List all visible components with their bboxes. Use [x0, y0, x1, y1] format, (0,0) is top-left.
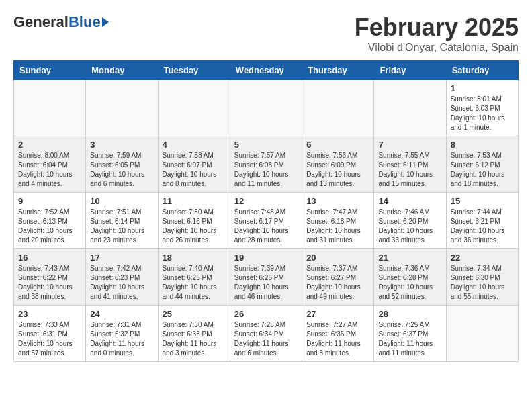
day-header-sunday: Sunday [14, 61, 86, 80]
day-info: Sunrise: 7:47 AM Sunset: 6:18 PM Dayligh… [306, 208, 369, 245]
day-header-thursday: Thursday [302, 61, 374, 80]
day-number: 16 [18, 253, 81, 263]
logo-blue-text: Blue [69, 13, 101, 31]
calendar-week-row: 2Sunrise: 8:00 AM Sunset: 6:04 PM Daylig… [14, 136, 519, 193]
day-info: Sunrise: 7:33 AM Sunset: 6:31 PM Dayligh… [18, 320, 81, 358]
day-number: 24 [90, 309, 153, 319]
calendar-cell: 21Sunrise: 7:36 AM Sunset: 6:28 PM Dayli… [374, 249, 446, 306]
day-number: 12 [234, 196, 298, 206]
calendar-cell: 23Sunrise: 7:33 AM Sunset: 6:31 PM Dayli… [14, 306, 86, 362]
calendar-cell: 22Sunrise: 7:34 AM Sunset: 6:30 PM Dayli… [446, 249, 518, 306]
calendar-cell: 3Sunrise: 7:59 AM Sunset: 6:05 PM Daylig… [86, 136, 158, 193]
calendar-header-row: SundayMondayTuesdayWednesdayThursdayFrid… [14, 61, 519, 80]
calendar-week-row: 1Sunrise: 8:01 AM Sunset: 6:03 PM Daylig… [14, 80, 519, 136]
calendar-cell: 8Sunrise: 7:53 AM Sunset: 6:12 PM Daylig… [446, 136, 518, 193]
calendar-cell [302, 80, 374, 136]
day-number: 19 [234, 253, 298, 263]
calendar-cell: 20Sunrise: 7:37 AM Sunset: 6:27 PM Dayli… [302, 249, 374, 306]
day-number: 20 [306, 253, 369, 263]
day-number: 3 [90, 140, 153, 150]
calendar-cell: 12Sunrise: 7:48 AM Sunset: 6:17 PM Dayli… [230, 193, 302, 249]
day-number: 14 [378, 196, 441, 206]
day-info: Sunrise: 7:58 AM Sunset: 6:07 PM Dayligh… [163, 151, 226, 189]
day-header-monday: Monday [86, 61, 158, 80]
calendar-cell: 25Sunrise: 7:30 AM Sunset: 6:33 PM Dayli… [158, 306, 230, 362]
day-info: Sunrise: 8:01 AM Sunset: 6:03 PM Dayligh… [451, 95, 514, 132]
day-info: Sunrise: 8:00 AM Sunset: 6:04 PM Dayligh… [18, 151, 81, 189]
calendar-cell: 19Sunrise: 7:39 AM Sunset: 6:26 PM Dayli… [230, 249, 302, 306]
day-info: Sunrise: 7:31 AM Sunset: 6:32 PM Dayligh… [90, 320, 153, 358]
calendar-cell: 7Sunrise: 7:55 AM Sunset: 6:11 PM Daylig… [374, 136, 446, 193]
logo-triangle-icon [102, 17, 109, 27]
day-number: 17 [90, 253, 153, 263]
day-number: 10 [90, 196, 153, 206]
day-number: 22 [451, 253, 514, 263]
day-info: Sunrise: 7:55 AM Sunset: 6:11 PM Dayligh… [378, 151, 441, 189]
day-number: 25 [163, 309, 226, 319]
calendar-cell: 13Sunrise: 7:47 AM Sunset: 6:18 PM Dayli… [302, 193, 374, 249]
calendar-cell: 9Sunrise: 7:52 AM Sunset: 6:13 PM Daylig… [14, 193, 86, 249]
calendar-cell: 27Sunrise: 7:27 AM Sunset: 6:36 PM Dayli… [302, 306, 374, 362]
day-info: Sunrise: 7:56 AM Sunset: 6:09 PM Dayligh… [306, 151, 369, 189]
day-number: 6 [306, 140, 369, 150]
day-info: Sunrise: 7:53 AM Sunset: 6:12 PM Dayligh… [451, 151, 514, 189]
calendar-cell: 4Sunrise: 7:58 AM Sunset: 6:07 PM Daylig… [158, 136, 230, 193]
day-header-wednesday: Wednesday [230, 61, 302, 80]
calendar-cell: 28Sunrise: 7:25 AM Sunset: 6:37 PM Dayli… [374, 306, 446, 362]
location-title: Vilobi d'Onyar, Catalonia, Spain [355, 42, 519, 54]
calendar-cell: 26Sunrise: 7:28 AM Sunset: 6:34 PM Dayli… [230, 306, 302, 362]
day-number: 11 [163, 196, 226, 206]
day-number: 13 [306, 196, 369, 206]
calendar-cell: 2Sunrise: 8:00 AM Sunset: 6:04 PM Daylig… [14, 136, 86, 193]
day-number: 28 [378, 309, 441, 319]
day-number: 26 [234, 309, 298, 319]
day-number: 27 [306, 309, 369, 319]
day-number: 7 [378, 140, 441, 150]
calendar-cell: 17Sunrise: 7:42 AM Sunset: 6:23 PM Dayli… [86, 249, 158, 306]
day-number: 18 [163, 253, 226, 263]
day-number: 1 [451, 83, 514, 93]
day-info: Sunrise: 7:42 AM Sunset: 6:23 PM Dayligh… [90, 264, 153, 302]
day-info: Sunrise: 7:48 AM Sunset: 6:17 PM Dayligh… [234, 208, 298, 245]
day-header-saturday: Saturday [446, 61, 518, 80]
day-header-friday: Friday [374, 61, 446, 80]
calendar-cell: 10Sunrise: 7:51 AM Sunset: 6:14 PM Dayli… [86, 193, 158, 249]
day-info: Sunrise: 7:43 AM Sunset: 6:22 PM Dayligh… [18, 264, 81, 302]
day-info: Sunrise: 7:28 AM Sunset: 6:34 PM Dayligh… [234, 320, 298, 358]
calendar-cell: 5Sunrise: 7:57 AM Sunset: 6:08 PM Daylig… [230, 136, 302, 193]
day-number: 23 [18, 309, 81, 319]
day-info: Sunrise: 7:46 AM Sunset: 6:20 PM Dayligh… [378, 208, 441, 245]
calendar-cell: 14Sunrise: 7:46 AM Sunset: 6:20 PM Dayli… [374, 193, 446, 249]
day-number: 4 [163, 140, 226, 150]
calendar-week-row: 9Sunrise: 7:52 AM Sunset: 6:13 PM Daylig… [14, 193, 519, 249]
day-info: Sunrise: 7:50 AM Sunset: 6:16 PM Dayligh… [163, 208, 226, 245]
calendar-table: SundayMondayTuesdayWednesdayThursdayFrid… [13, 60, 519, 362]
calendar-cell [86, 80, 158, 136]
calendar-cell: 18Sunrise: 7:40 AM Sunset: 6:25 PM Dayli… [158, 249, 230, 306]
page-header: General Blue February 2025 Vilobi d'Onya… [13, 13, 519, 54]
day-number: 21 [378, 253, 441, 263]
calendar-cell: 1Sunrise: 8:01 AM Sunset: 6:03 PM Daylig… [446, 80, 518, 136]
day-info: Sunrise: 7:30 AM Sunset: 6:33 PM Dayligh… [163, 320, 226, 358]
day-info: Sunrise: 7:51 AM Sunset: 6:14 PM Dayligh… [90, 208, 153, 245]
day-info: Sunrise: 7:25 AM Sunset: 6:37 PM Dayligh… [378, 320, 441, 358]
day-info: Sunrise: 7:59 AM Sunset: 6:05 PM Dayligh… [90, 151, 153, 189]
calendar-cell: 15Sunrise: 7:44 AM Sunset: 6:21 PM Dayli… [446, 193, 518, 249]
day-info: Sunrise: 7:52 AM Sunset: 6:13 PM Dayligh… [18, 208, 81, 245]
day-info: Sunrise: 7:36 AM Sunset: 6:28 PM Dayligh… [378, 264, 441, 302]
day-number: 8 [451, 140, 514, 150]
day-info: Sunrise: 7:37 AM Sunset: 6:27 PM Dayligh… [306, 264, 369, 302]
day-number: 2 [18, 140, 81, 150]
logo-general-text: General [13, 13, 69, 31]
day-info: Sunrise: 7:44 AM Sunset: 6:21 PM Dayligh… [451, 208, 514, 245]
calendar-cell [374, 80, 446, 136]
day-number: 15 [451, 196, 514, 206]
title-section: February 2025 Vilobi d'Onyar, Catalonia,… [355, 13, 519, 54]
calendar-cell [14, 80, 86, 136]
day-info: Sunrise: 7:39 AM Sunset: 6:26 PM Dayligh… [234, 264, 298, 302]
logo: General Blue [13, 13, 109, 31]
calendar-cell: 24Sunrise: 7:31 AM Sunset: 6:32 PM Dayli… [86, 306, 158, 362]
month-title: February 2025 [355, 13, 519, 42]
day-number: 5 [234, 140, 298, 150]
day-info: Sunrise: 7:27 AM Sunset: 6:36 PM Dayligh… [306, 320, 369, 358]
